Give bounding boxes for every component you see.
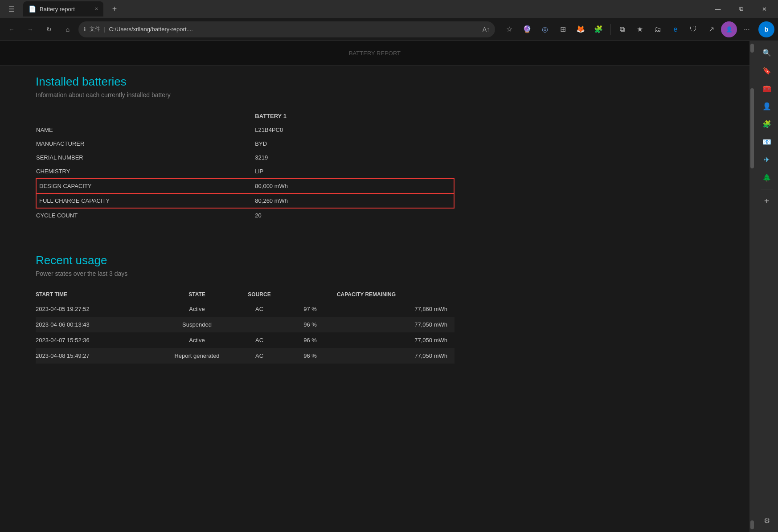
favorites-icon[interactable]: ★ [632, 21, 648, 37]
battery-row-label: CYCLE COUNT [36, 208, 255, 222]
page-content: BATTERY REPORT Installed batteries Infor… [0, 41, 749, 532]
split-view-icon[interactable]: ⧉ [614, 21, 630, 37]
sidebar-person-icon[interactable]: 👤 [759, 98, 775, 114]
battery-row-value: 3219 [255, 151, 454, 164]
sidebar-divider [761, 189, 773, 189]
star-icon[interactable]: ☆ [501, 21, 517, 37]
share-icon[interactable]: ↗ [703, 21, 719, 37]
battery-row-label: SERIAL NUMBER [36, 151, 255, 164]
home-button[interactable]: ⌂ [60, 21, 76, 37]
restore-button[interactable]: ⧉ [731, 2, 751, 16]
usage-capacity-pct: 96 % [285, 317, 342, 332]
sidebar-settings-icon[interactable]: ⚙ [759, 512, 775, 528]
battery-column-header: BATTERY 1 [255, 109, 454, 123]
url-bar[interactable]: ℹ 文件 | C:/Users/xrilang/battery-report..… [78, 21, 495, 37]
usage-source [241, 317, 285, 332]
battery-row-label: MANUFACTURER [36, 137, 255, 151]
browser-menu-icon[interactable]: ☰ [4, 1, 20, 17]
fox-icon[interactable]: 🦊 [573, 21, 589, 37]
sidebar-briefcase-icon[interactable]: 🧰 [759, 80, 775, 96]
usage-start-time: 2023-04-08 15:49:27 [36, 348, 160, 364]
usage-capacity-mwh: 77,050 mWh [342, 317, 455, 332]
scrollbar[interactable] [749, 41, 755, 532]
sidebar-outlook-icon[interactable]: 📧 [759, 134, 775, 150]
url-separator: | [104, 26, 105, 33]
usage-table-row: 2023-04-07 15:52:36ActiveAC96 %77,050 mW… [36, 332, 455, 348]
section-spacer [36, 227, 455, 254]
minimize-button[interactable]: — [708, 2, 728, 16]
battery-row-label: FULL CHARGE CAPACITY [36, 193, 255, 208]
battery-row-value: 80,260 mWh [255, 193, 454, 208]
right-sidebar: 🔍 🔖 🧰 👤 🧩 📧 ✈ 🌲 + ⚙ [755, 41, 778, 532]
close-button[interactable]: ✕ [754, 2, 774, 16]
battery-row-value: L21B4PC0 [255, 123, 454, 137]
usage-state: Suspended [160, 317, 241, 332]
tab-title: Battery report [40, 6, 75, 12]
sidebar-search-icon[interactable]: 🔍 [759, 45, 775, 61]
usage-capacity-pct: 96 % [285, 348, 342, 364]
window-controls: — ⧉ ✕ [708, 2, 774, 16]
sidebar-bookmark-icon[interactable]: 🔖 [759, 62, 775, 78]
refresh-button[interactable]: ↻ [41, 21, 57, 37]
extension-icon[interactable]: 🔮 [519, 21, 535, 37]
battery-table-row: MANUFACTURERBYD [36, 137, 454, 151]
usage-table-row: 2023-04-05 19:27:52ActiveAC97 %77,860 mW… [36, 301, 455, 317]
tab-close-button[interactable]: × [95, 6, 98, 12]
avatar[interactable]: 👤 [721, 21, 737, 37]
usage-capacity-pct: 97 % [285, 301, 342, 317]
top-banner-text: BATTERY REPORT [349, 50, 401, 57]
url-text: C:/Users/xrilang/battery-report.... [109, 26, 479, 33]
puzzle2-icon[interactable]: 🧩 [590, 21, 606, 37]
usage-start-time: 2023-04-05 19:27:52 [36, 301, 160, 317]
usage-state: Active [160, 332, 241, 348]
usage-source: AC [241, 301, 285, 317]
active-tab[interactable]: 📄 Battery report × [23, 1, 103, 16]
security-icon[interactable]: 🛡 [685, 21, 701, 37]
battery-table-row: DESIGN CAPACITY80,000 mWh [36, 179, 454, 193]
battery-table: BATTERY 1 NAMEL21B4PC0MANUFACTURERBYDSER… [36, 109, 455, 222]
copilot-icon[interactable]: ◎ [537, 21, 553, 37]
battery-table-row: FULL CHARGE CAPACITY80,260 mWh [36, 193, 454, 208]
battery-label-header [36, 109, 255, 123]
usage-state: Active [160, 301, 241, 317]
usage-source: AC [241, 332, 285, 348]
sidebar-add-icon[interactable]: + [759, 193, 775, 209]
browser-content: BATTERY REPORT Installed batteries Infor… [0, 41, 778, 532]
usage-start-time: 2023-04-07 15:52:36 [36, 332, 160, 348]
recent-usage-desc: Power states over the last 3 days [36, 270, 455, 277]
toolbar-icons: ☆ 🔮 ◎ ⊞ 🦊 🧩 ⧉ ★ 🗂 e 🛡 ↗ 👤 ··· b [501, 21, 774, 37]
battery-table-row: CHEMISTRYLiP [36, 164, 454, 179]
bing-button[interactable]: b [758, 21, 774, 37]
installed-batteries-desc: Information about each currently install… [36, 91, 455, 98]
battery-row-label: DESIGN CAPACITY [36, 179, 255, 193]
scroll-up-arrow[interactable] [750, 44, 754, 53]
qrcode-icon[interactable]: ⊞ [555, 21, 571, 37]
usage-capacity-mwh: 77,050 mWh [342, 332, 455, 348]
title-bar: ☰ 📄 Battery report × + — ⧉ ✕ [0, 0, 778, 18]
usage-capacity-mwh: 77,860 mWh [342, 301, 455, 317]
more-icon[interactable]: ··· [739, 21, 755, 37]
edge-icon[interactable]: e [667, 21, 684, 37]
tab-icon: 📄 [29, 5, 36, 12]
scroll-thumb[interactable] [750, 88, 754, 168]
sidebar-telegram-icon[interactable]: ✈ [759, 151, 775, 168]
main-content: Installed batteries Information about ea… [0, 66, 490, 372]
scroll-down-arrow[interactable] [750, 520, 754, 529]
usage-header-row: START TIMESTATESOURCECAPACITY REMAINING [36, 288, 455, 301]
divider [610, 24, 610, 35]
back-button[interactable]: ← [4, 21, 20, 37]
sidebar-tree-icon[interactable]: 🌲 [759, 169, 775, 185]
usage-state: Report generated [160, 348, 241, 364]
translate-icon: A↑ [483, 26, 490, 33]
usage-table-row: 2023-04-06 00:13:43Suspended96 %77,050 m… [36, 317, 455, 332]
collections-icon[interactable]: 🗂 [650, 21, 666, 37]
battery-table-row: NAMEL21B4PC0 [36, 123, 454, 137]
forward-button[interactable]: → [22, 21, 38, 37]
usage-capacity-pct: 96 % [285, 332, 342, 348]
new-tab-button[interactable]: + [107, 1, 122, 16]
battery-row-label: CHEMISTRY [36, 164, 255, 179]
installed-batteries-heading: Installed batteries [36, 75, 455, 89]
sidebar-puzzle-icon[interactable]: 🧩 [759, 116, 775, 132]
battery-table-row: SERIAL NUMBER3219 [36, 151, 454, 164]
battery-row-value: BYD [255, 137, 454, 151]
